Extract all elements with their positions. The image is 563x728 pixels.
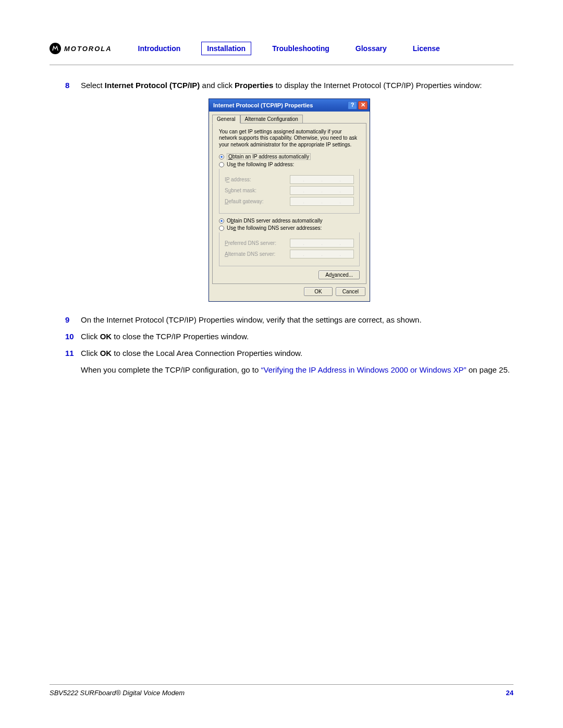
footer-product-name: SBV5222 SURFboard® Digital Voice Modem xyxy=(50,689,185,697)
step-text: On the Internet Protocol (TCP/IP) Proper… xyxy=(81,314,513,326)
radio-use-following-dns[interactable]: Use the following DNS server addresses: xyxy=(219,225,360,231)
final-paragraph: When you complete the TCP/IP configurati… xyxy=(81,364,513,376)
tab-alternate-configuration[interactable]: Alternate Configuration xyxy=(240,115,303,123)
page-footer: SBV5222 SURFboard® Digital Voice Modem 2… xyxy=(50,684,513,697)
radio-icon xyxy=(219,162,224,167)
advanced-button[interactable]: Advanced... xyxy=(319,270,360,279)
ip-address-label: IP address: xyxy=(225,177,290,182)
content-area: 8 Select Internet Protocol (TCP/IP) and … xyxy=(50,80,513,375)
page-header: MOTOROLA Introduction Installation Troub… xyxy=(50,42,513,65)
nav-glossary[interactable]: Glossary xyxy=(350,42,392,55)
dialog-title: Internet Protocol (TCP/IP) Properties xyxy=(213,102,313,108)
dialog-description: You can get IP settings assigned automat… xyxy=(219,129,360,149)
radio-use-following-ip[interactable]: Use the following IP address: xyxy=(219,162,360,167)
subnet-mask-input: ... xyxy=(290,186,354,195)
ip-address-input: ... xyxy=(290,175,354,184)
step-text: Click OK to close the TCP/IP Properties … xyxy=(81,331,513,342)
step-text: Click OK to close the Local Area Connect… xyxy=(81,348,513,359)
alternate-dns-label: Alternate DNS server: xyxy=(225,251,290,257)
tcpip-properties-dialog: Internet Protocol (TCP/IP) Properties ? … xyxy=(209,98,370,302)
ip-fields-group: IP address: ... Subnet mask: ... Default… xyxy=(219,169,360,214)
tab-general[interactable]: General xyxy=(212,115,240,124)
verifying-ip-link[interactable]: “Verifying the IP Address in Windows 200… xyxy=(261,365,466,374)
step-number: 10 xyxy=(65,331,81,342)
alternate-dns-input: ... xyxy=(290,250,354,258)
brand-logo: MOTOROLA xyxy=(50,43,112,54)
nav-troubleshooting[interactable]: Troubleshooting xyxy=(267,42,335,55)
nav-license[interactable]: License xyxy=(408,42,445,55)
radio-icon xyxy=(219,226,224,231)
step-10: 10 Click OK to close the TCP/IP Properti… xyxy=(65,331,513,342)
preferred-dns-input: ... xyxy=(290,239,354,248)
default-gateway-input: ... xyxy=(290,197,354,206)
dns-fields-group: Preferred DNS server: ... Alternate DNS … xyxy=(219,232,360,266)
page-number: 24 xyxy=(506,689,513,697)
subnet-mask-label: Subnet mask: xyxy=(225,188,290,193)
dialog-titlebar[interactable]: Internet Protocol (TCP/IP) Properties ? … xyxy=(209,99,370,112)
default-gateway-label: Default gateway: xyxy=(225,199,290,204)
preferred-dns-label: Preferred DNS server: xyxy=(225,240,290,246)
nav-installation[interactable]: Installation xyxy=(201,42,251,55)
step-text: Select Internet Protocol (TCP/IP) and cl… xyxy=(81,80,513,91)
step-11: 11 Click OK to close the Local Area Conn… xyxy=(65,348,513,359)
brand-name: MOTOROLA xyxy=(64,45,112,53)
radio-obtain-dns-auto[interactable]: Obtain DNS server address automatically xyxy=(219,218,360,224)
step-number: 8 xyxy=(65,80,81,91)
step-8: 8 Select Internet Protocol (TCP/IP) and … xyxy=(65,80,513,91)
motorola-icon xyxy=(50,43,61,54)
close-icon[interactable]: ✕ xyxy=(358,101,368,109)
step-number: 9 xyxy=(65,314,81,326)
ok-button[interactable]: OK xyxy=(304,287,333,296)
cancel-button[interactable]: Cancel xyxy=(336,287,365,296)
radio-icon xyxy=(219,218,224,224)
help-icon[interactable]: ? xyxy=(348,101,357,109)
step-number: 11 xyxy=(65,348,81,359)
nav-introduction[interactable]: Introduction xyxy=(133,42,186,55)
step-9: 9 On the Internet Protocol (TCP/IP) Prop… xyxy=(65,314,513,326)
radio-icon xyxy=(219,154,224,159)
radio-obtain-ip-auto[interactable]: Obtain an IP address automatically xyxy=(219,153,360,160)
